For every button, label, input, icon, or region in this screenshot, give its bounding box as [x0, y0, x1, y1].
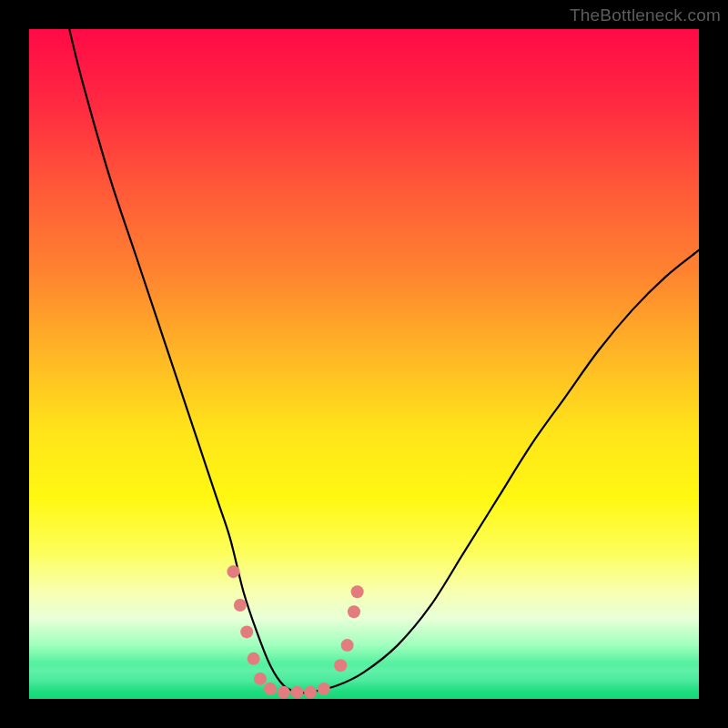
- data-marker: [341, 639, 354, 652]
- chart-svg: [29, 29, 699, 699]
- chart-container: TheBottleneck.com: [0, 0, 728, 728]
- data-marker: [227, 565, 239, 578]
- data-marker: [240, 625, 253, 638]
- plot-area: [29, 29, 699, 699]
- data-marker: [348, 605, 360, 618]
- gradient-bottom-band: [29, 659, 699, 699]
- data-marker: [351, 585, 364, 598]
- data-marker: [234, 599, 247, 612]
- curve-line: [69, 29, 699, 693]
- watermark-text: TheBottleneck.com: [570, 5, 721, 25]
